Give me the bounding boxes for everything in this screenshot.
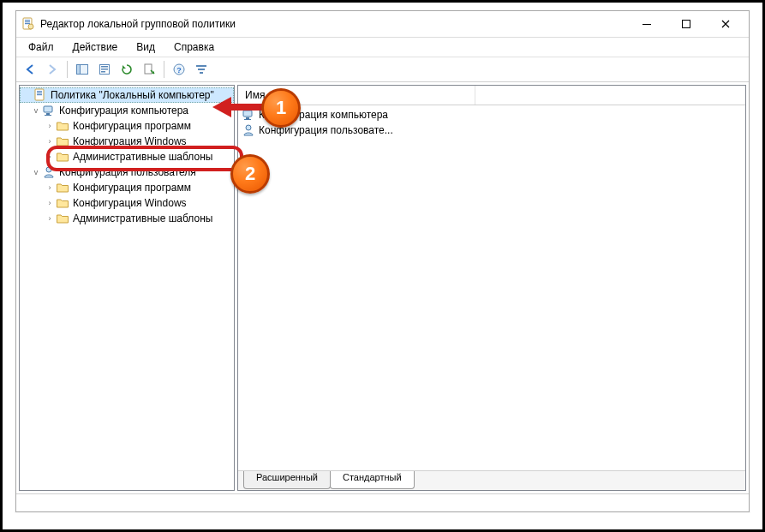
title-bar: Редактор локальной групповой политики xyxy=(16,11,749,38)
tree-computer-config[interactable]: v Конфигурация компьютера xyxy=(20,103,234,118)
list-item-label: Конфигурация пользовате... xyxy=(259,124,393,136)
tree-label: Политика "Локальный компьютер" xyxy=(49,89,214,101)
minimize-button[interactable] xyxy=(627,12,666,36)
svg-rect-23 xyxy=(44,106,52,112)
user-icon xyxy=(42,165,56,179)
tab-standard[interactable]: Стандартный xyxy=(330,471,415,489)
expand-icon[interactable]: › xyxy=(44,152,56,161)
list-item-label: Конфигурация компьютера xyxy=(259,109,388,121)
tree-user-config[interactable]: v Конфигурация пользователя xyxy=(20,164,234,180)
folder-icon xyxy=(56,119,69,133)
tree-label: Конфигурация программ xyxy=(71,182,191,194)
tree-uc-software[interactable]: › Конфигурация программ xyxy=(20,180,234,195)
back-button[interactable] xyxy=(20,59,40,80)
toolbar-separator xyxy=(67,61,68,78)
svg-rect-20 xyxy=(37,91,42,92)
tab-extended[interactable]: Расширенный xyxy=(243,471,331,489)
policy-tree: Политика "Локальный компьютер" v Конфигу… xyxy=(20,86,234,226)
refresh-button[interactable] xyxy=(117,59,137,80)
toolbar: ? xyxy=(16,57,749,82)
tree-label: Административные шаблоны xyxy=(71,151,212,163)
status-bar xyxy=(16,493,749,511)
show-hide-tree-button[interactable] xyxy=(72,59,93,80)
list-item-computer-config[interactable]: Конфигурация компьютера xyxy=(238,107,745,123)
list-item-user-config[interactable]: Конфигурация пользовате... xyxy=(238,123,745,138)
folder-icon xyxy=(56,212,69,225)
folder-icon xyxy=(56,181,69,194)
svg-point-4 xyxy=(28,24,33,29)
tree-label: Конфигурация компьютера xyxy=(57,105,188,117)
list-body[interactable]: Конфигурация компьютера Конфигурация пол… xyxy=(238,105,745,470)
app-window: Редактор локальной групповой политики Фа… xyxy=(15,10,750,512)
svg-rect-11 xyxy=(101,69,108,70)
expand-icon[interactable]: › xyxy=(44,137,56,146)
svg-rect-24 xyxy=(46,113,50,115)
svg-rect-10 xyxy=(101,66,108,68)
svg-rect-29 xyxy=(244,119,251,120)
svg-point-26 xyxy=(46,167,51,172)
computer-icon xyxy=(42,104,56,117)
user-icon xyxy=(242,123,255,137)
help-button[interactable]: ? xyxy=(169,59,189,80)
view-tabs: Расширенный Стандартный xyxy=(238,470,745,490)
tree-pane[interactable]: Политика "Локальный компьютер" v Конфигу… xyxy=(19,85,235,491)
tree-uc-admin-templates[interactable]: › Административные шаблоны xyxy=(20,211,234,226)
svg-rect-1 xyxy=(25,20,30,21)
menu-file[interactable]: Файл xyxy=(20,39,63,55)
expand-icon[interactable]: › xyxy=(44,183,56,192)
forward-button[interactable] xyxy=(42,59,63,80)
folder-icon xyxy=(56,150,69,164)
close-button[interactable] xyxy=(706,12,745,36)
svg-rect-28 xyxy=(246,117,249,119)
collapse-icon[interactable]: v xyxy=(30,106,42,115)
computer-icon xyxy=(242,108,255,122)
toolbar-separator xyxy=(164,61,164,78)
list-pane: Имя Конфигурация компьютера xyxy=(237,85,746,491)
expand-icon[interactable]: › xyxy=(44,199,56,207)
svg-rect-21 xyxy=(37,93,42,93)
tree-cc-windows[interactable]: › Конфигурация Windows xyxy=(20,134,234,149)
menu-help[interactable]: Справка xyxy=(165,39,223,55)
tree-root[interactable]: Политика "Локальный компьютер" xyxy=(20,87,234,103)
svg-rect-5 xyxy=(642,24,651,25)
app-icon xyxy=(21,17,35,31)
svg-rect-13 xyxy=(145,64,152,74)
svg-rect-27 xyxy=(243,111,252,117)
svg-rect-17 xyxy=(198,69,205,70)
svg-rect-25 xyxy=(45,115,51,116)
svg-text:?: ? xyxy=(176,66,182,75)
window-controls xyxy=(627,12,745,36)
properties-button[interactable] xyxy=(94,59,115,80)
tree-uc-windows[interactable]: › Конфигурация Windows xyxy=(20,195,234,211)
svg-rect-18 xyxy=(200,72,203,74)
svg-rect-3 xyxy=(25,23,30,24)
tree-label: Конфигурация программ xyxy=(71,120,191,132)
tree-cc-software[interactable]: › Конфигурация программ xyxy=(20,118,234,134)
expand-icon[interactable]: › xyxy=(44,122,56,130)
menu-view[interactable]: Вид xyxy=(128,39,164,55)
svg-rect-12 xyxy=(101,71,105,73)
collapse-icon[interactable]: v xyxy=(30,168,42,176)
export-list-button[interactable] xyxy=(139,59,159,80)
svg-rect-22 xyxy=(37,94,42,95)
svg-rect-6 xyxy=(683,21,690,28)
svg-point-30 xyxy=(246,125,251,130)
tree-label: Конфигурация Windows xyxy=(71,135,187,147)
tree-label: Конфигурация пользователя xyxy=(57,166,196,178)
expand-icon[interactable]: › xyxy=(44,214,56,223)
window-title: Редактор локальной групповой политики xyxy=(40,18,627,30)
svg-rect-8 xyxy=(77,65,81,75)
policy-icon xyxy=(33,88,47,102)
list-header: Имя xyxy=(238,86,745,105)
folder-icon xyxy=(56,196,69,210)
column-name[interactable]: Имя xyxy=(238,86,475,105)
maximize-button[interactable] xyxy=(666,12,706,36)
tree-cc-admin-templates[interactable]: › Административные шаблоны xyxy=(20,149,234,164)
filter-button[interactable] xyxy=(191,59,212,80)
client-area: Политика "Локальный компьютер" v Конфигу… xyxy=(16,82,749,493)
tree-label: Административные шаблоны xyxy=(71,212,212,224)
svg-rect-16 xyxy=(196,65,206,67)
tree-label: Конфигурация Windows xyxy=(71,197,187,209)
menu-bar: Файл Действие Вид Справка xyxy=(16,38,749,57)
menu-action[interactable]: Действие xyxy=(64,39,127,55)
